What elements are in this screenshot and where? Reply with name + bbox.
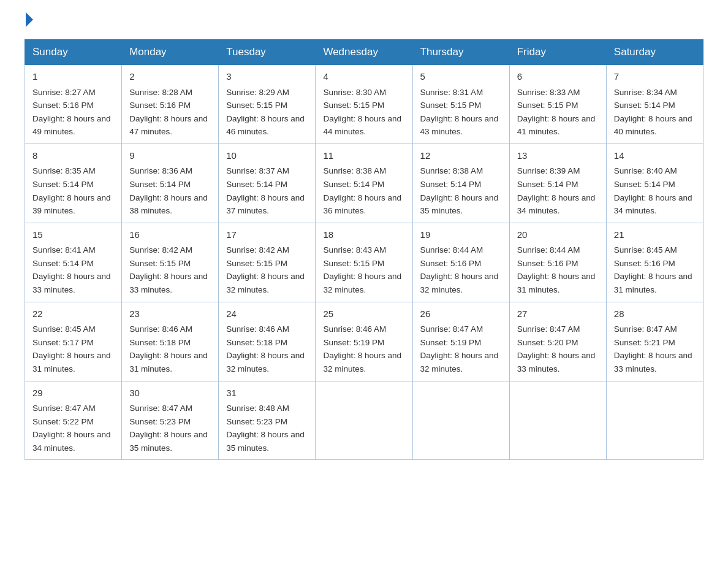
day-number: 18 bbox=[323, 228, 404, 242]
calendar-cell: 5Sunrise: 8:31 AMSunset: 5:15 PMDaylight… bbox=[412, 65, 509, 144]
day-info: Sunrise: 8:47 AMSunset: 5:20 PMDaylight:… bbox=[517, 323, 599, 375]
day-number: 20 bbox=[517, 228, 599, 242]
calendar-table: SundayMondayTuesdayWednesdayThursdayFrid… bbox=[25, 39, 703, 460]
day-info: Sunrise: 8:41 AMSunset: 5:14 PMDaylight:… bbox=[32, 243, 114, 296]
calendar-cell: 4Sunrise: 8:30 AMSunset: 5:15 PMDaylight… bbox=[316, 65, 412, 144]
calendar-cell: 7Sunrise: 8:34 AMSunset: 5:14 PMDaylight… bbox=[606, 65, 703, 144]
day-info: Sunrise: 8:38 AMSunset: 5:14 PMDaylight:… bbox=[420, 164, 502, 217]
day-number: 19 bbox=[420, 228, 502, 242]
calendar-cell: 31Sunrise: 8:48 AMSunset: 5:23 PMDayligh… bbox=[219, 381, 316, 460]
day-number: 29 bbox=[32, 386, 114, 400]
day-number: 11 bbox=[323, 149, 404, 163]
day-info: Sunrise: 8:47 AMSunset: 5:22 PMDaylight:… bbox=[32, 402, 114, 454]
calendar-cell bbox=[606, 381, 703, 460]
calendar-cell: 28Sunrise: 8:47 AMSunset: 5:21 PMDayligh… bbox=[606, 302, 703, 381]
day-info: Sunrise: 8:46 AMSunset: 5:18 PMDaylight:… bbox=[129, 323, 211, 375]
day-number: 16 bbox=[129, 228, 211, 242]
day-number: 17 bbox=[226, 228, 308, 242]
day-number: 3 bbox=[226, 70, 308, 84]
header-row: SundayMondayTuesdayWednesdayThursdayFrid… bbox=[25, 40, 703, 65]
day-number: 9 bbox=[129, 149, 211, 163]
calendar-cell: 20Sunrise: 8:44 AMSunset: 5:16 PMDayligh… bbox=[509, 223, 606, 302]
logo-arrow-icon bbox=[26, 12, 33, 27]
week-row-2: 8Sunrise: 8:35 AMSunset: 5:14 PMDaylight… bbox=[25, 144, 703, 223]
day-number: 31 bbox=[226, 386, 308, 400]
calendar-cell: 22Sunrise: 8:45 AMSunset: 5:17 PMDayligh… bbox=[25, 302, 122, 381]
calendar-cell bbox=[509, 381, 606, 460]
calendar-cell bbox=[412, 381, 509, 460]
calendar-cell: 8Sunrise: 8:35 AMSunset: 5:14 PMDaylight… bbox=[25, 144, 122, 223]
day-number: 27 bbox=[517, 307, 599, 321]
day-number: 13 bbox=[517, 149, 599, 163]
week-row-1: 1Sunrise: 8:27 AMSunset: 5:16 PMDaylight… bbox=[25, 65, 703, 144]
day-info: Sunrise: 8:28 AMSunset: 5:16 PMDaylight:… bbox=[129, 86, 211, 139]
day-info: Sunrise: 8:45 AMSunset: 5:16 PMDaylight:… bbox=[614, 243, 696, 296]
day-info: Sunrise: 8:34 AMSunset: 5:14 PMDaylight:… bbox=[614, 86, 696, 139]
day-number: 28 bbox=[614, 307, 696, 321]
calendar-cell: 2Sunrise: 8:28 AMSunset: 5:16 PMDaylight… bbox=[122, 65, 219, 144]
day-info: Sunrise: 8:48 AMSunset: 5:23 PMDaylight:… bbox=[226, 402, 308, 454]
day-number: 23 bbox=[129, 307, 211, 321]
day-number: 1 bbox=[32, 70, 114, 84]
day-number: 14 bbox=[614, 149, 696, 163]
calendar-cell: 27Sunrise: 8:47 AMSunset: 5:20 PMDayligh… bbox=[509, 302, 606, 381]
day-info: Sunrise: 8:47 AMSunset: 5:23 PMDaylight:… bbox=[129, 402, 211, 454]
day-info: Sunrise: 8:35 AMSunset: 5:14 PMDaylight:… bbox=[32, 164, 114, 217]
header-sunday: Sunday bbox=[25, 40, 122, 65]
calendar-cell: 9Sunrise: 8:36 AMSunset: 5:14 PMDaylight… bbox=[122, 144, 219, 223]
day-info: Sunrise: 8:47 AMSunset: 5:21 PMDaylight:… bbox=[614, 323, 696, 375]
day-info: Sunrise: 8:42 AMSunset: 5:15 PMDaylight:… bbox=[129, 243, 211, 296]
calendar-cell: 21Sunrise: 8:45 AMSunset: 5:16 PMDayligh… bbox=[606, 223, 703, 302]
calendar-cell: 12Sunrise: 8:38 AMSunset: 5:14 PMDayligh… bbox=[412, 144, 509, 223]
day-number: 4 bbox=[323, 70, 404, 84]
day-info: Sunrise: 8:30 AMSunset: 5:15 PMDaylight:… bbox=[323, 86, 404, 139]
header-thursday: Thursday bbox=[412, 40, 509, 65]
calendar-cell: 26Sunrise: 8:47 AMSunset: 5:19 PMDayligh… bbox=[412, 302, 509, 381]
day-number: 30 bbox=[129, 386, 211, 400]
calendar-cell: 24Sunrise: 8:46 AMSunset: 5:18 PMDayligh… bbox=[219, 302, 316, 381]
day-number: 10 bbox=[226, 149, 308, 163]
day-info: Sunrise: 8:43 AMSunset: 5:15 PMDaylight:… bbox=[323, 243, 404, 296]
day-info: Sunrise: 8:36 AMSunset: 5:14 PMDaylight:… bbox=[129, 164, 211, 217]
day-number: 24 bbox=[226, 307, 308, 321]
header-monday: Monday bbox=[122, 40, 219, 65]
calendar-cell bbox=[316, 381, 412, 460]
day-number: 22 bbox=[32, 307, 114, 321]
day-info: Sunrise: 8:33 AMSunset: 5:15 PMDaylight:… bbox=[517, 86, 599, 139]
header-friday: Friday bbox=[509, 40, 606, 65]
calendar-cell: 23Sunrise: 8:46 AMSunset: 5:18 PMDayligh… bbox=[122, 302, 219, 381]
day-number: 7 bbox=[614, 70, 696, 84]
calendar-cell: 18Sunrise: 8:43 AMSunset: 5:15 PMDayligh… bbox=[316, 223, 412, 302]
calendar-cell: 19Sunrise: 8:44 AMSunset: 5:16 PMDayligh… bbox=[412, 223, 509, 302]
day-number: 15 bbox=[32, 228, 114, 242]
day-info: Sunrise: 8:39 AMSunset: 5:14 PMDaylight:… bbox=[517, 164, 599, 217]
day-info: Sunrise: 8:46 AMSunset: 5:19 PMDaylight:… bbox=[323, 323, 404, 375]
calendar-cell: 30Sunrise: 8:47 AMSunset: 5:23 PMDayligh… bbox=[122, 381, 219, 460]
week-row-4: 22Sunrise: 8:45 AMSunset: 5:17 PMDayligh… bbox=[25, 302, 703, 381]
calendar-cell: 16Sunrise: 8:42 AMSunset: 5:15 PMDayligh… bbox=[122, 223, 219, 302]
day-number: 8 bbox=[32, 149, 114, 163]
day-info: Sunrise: 8:29 AMSunset: 5:15 PMDaylight:… bbox=[226, 86, 308, 139]
day-info: Sunrise: 8:44 AMSunset: 5:16 PMDaylight:… bbox=[420, 243, 502, 296]
calendar-cell: 6Sunrise: 8:33 AMSunset: 5:15 PMDaylight… bbox=[509, 65, 606, 144]
day-number: 12 bbox=[420, 149, 502, 163]
day-number: 21 bbox=[614, 228, 696, 242]
day-info: Sunrise: 8:40 AMSunset: 5:14 PMDaylight:… bbox=[614, 164, 696, 217]
calendar-cell: 14Sunrise: 8:40 AMSunset: 5:14 PMDayligh… bbox=[606, 144, 703, 223]
week-row-3: 15Sunrise: 8:41 AMSunset: 5:14 PMDayligh… bbox=[25, 223, 703, 302]
calendar-cell: 13Sunrise: 8:39 AMSunset: 5:14 PMDayligh… bbox=[509, 144, 606, 223]
day-number: 25 bbox=[323, 307, 404, 321]
day-info: Sunrise: 8:42 AMSunset: 5:15 PMDaylight:… bbox=[226, 243, 308, 296]
calendar-cell: 15Sunrise: 8:41 AMSunset: 5:14 PMDayligh… bbox=[25, 223, 122, 302]
day-number: 5 bbox=[420, 70, 502, 84]
calendar-cell: 11Sunrise: 8:38 AMSunset: 5:14 PMDayligh… bbox=[316, 144, 412, 223]
day-info: Sunrise: 8:31 AMSunset: 5:15 PMDaylight:… bbox=[420, 86, 502, 139]
day-info: Sunrise: 8:37 AMSunset: 5:14 PMDaylight:… bbox=[226, 164, 308, 217]
day-number: 6 bbox=[517, 70, 599, 84]
day-info: Sunrise: 8:38 AMSunset: 5:14 PMDaylight:… bbox=[323, 164, 404, 217]
logo bbox=[25, 18, 33, 27]
calendar-cell: 3Sunrise: 8:29 AMSunset: 5:15 PMDaylight… bbox=[219, 65, 316, 144]
header-wednesday: Wednesday bbox=[316, 40, 412, 65]
page-header bbox=[25, 18, 703, 27]
day-info: Sunrise: 8:47 AMSunset: 5:19 PMDaylight:… bbox=[420, 323, 502, 375]
